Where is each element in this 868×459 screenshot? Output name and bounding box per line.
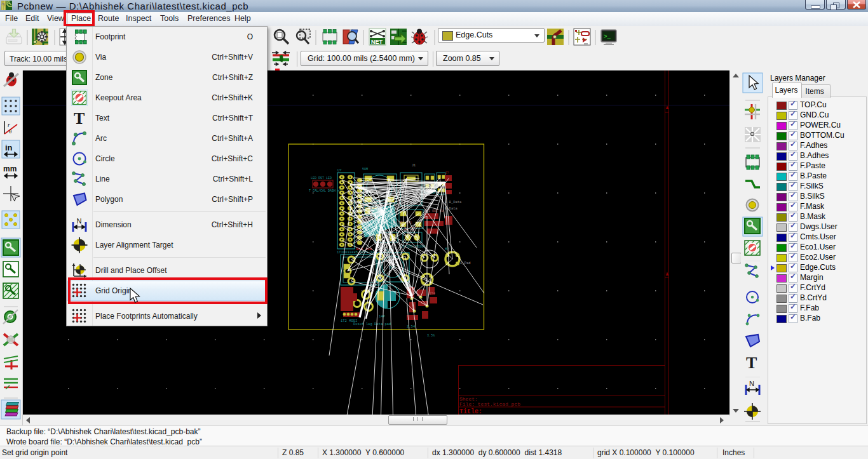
svg-text:T: T bbox=[746, 354, 757, 372]
svg-text:J1: J1 bbox=[412, 164, 416, 168]
svg-text:Reset log Data pad: Reset log Data pad bbox=[353, 322, 391, 326]
svg-text:r: r bbox=[8, 121, 10, 128]
svg-text:File: test.kicad_pcb: File: test.kicad_pcb bbox=[459, 401, 520, 407]
svg-text:3.5%: 3.5% bbox=[427, 334, 435, 338]
svg-text:Title:: Title: bbox=[459, 408, 482, 415]
svg-text:2.54: 2.54 bbox=[407, 324, 416, 329]
svg-text:N: N bbox=[77, 217, 82, 225]
svg-text:>_: >_ bbox=[604, 34, 611, 40]
svg-text:50M: 50M bbox=[362, 168, 368, 171]
svg-text:14P: 14P bbox=[379, 314, 385, 319]
svg-text:J?: J? bbox=[445, 171, 449, 175]
svg-text:NET: NET bbox=[371, 39, 383, 45]
svg-text:in: in bbox=[5, 143, 13, 152]
svg-text:U?: U? bbox=[337, 168, 342, 173]
svg-text:T CAL/CAL DASH eT: T CAL/CAL DASH eT bbox=[309, 189, 341, 193]
svg-text:2?4: 2?4 bbox=[430, 292, 435, 296]
svg-text:T: T bbox=[74, 110, 85, 126]
svg-text:LED RST LED: LED RST LED bbox=[311, 176, 332, 180]
svg-text:A B_Data: A B_Data bbox=[445, 200, 462, 204]
svg-text:θ: θ bbox=[9, 128, 11, 135]
svg-text:mm: mm bbox=[3, 164, 17, 173]
svg-text:N: N bbox=[749, 380, 754, 387]
